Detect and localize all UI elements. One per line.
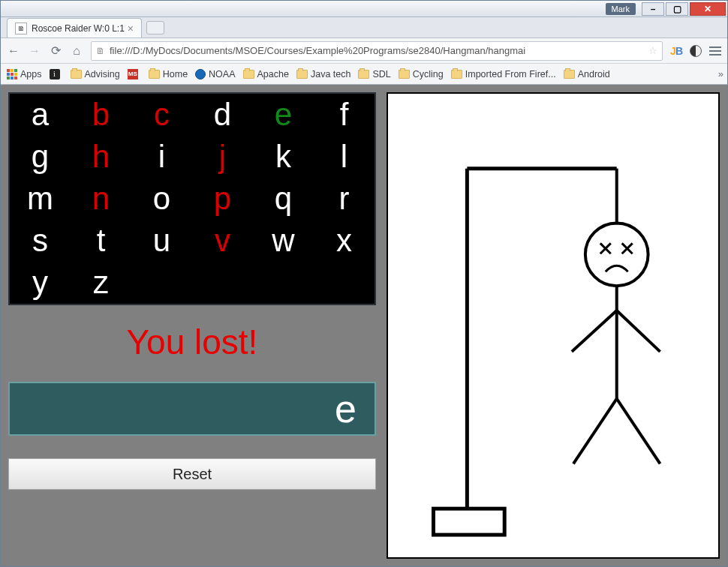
letter-grid: abcdefghijklmnopqrstuvwxyz [8, 92, 376, 305]
noaa-icon [195, 69, 206, 80]
bookmark-imported[interactable]: Imported From Firef... [451, 69, 556, 80]
extension-contrast-icon[interactable] [690, 45, 702, 57]
svg-line-11 [617, 310, 660, 352]
back-icon[interactable]: ← [7, 44, 20, 58]
bookmark-home[interactable]: Home [149, 69, 188, 80]
svg-line-12 [573, 399, 617, 464]
letter-o[interactable]: o [153, 183, 170, 214]
letter-x[interactable]: x [336, 225, 352, 256]
revealed-word: e [335, 386, 356, 431]
bookmarks-bar: Apps i Advising MS Home NOAA Apache Jav [1, 64, 727, 85]
reset-button[interactable]: Reset [8, 458, 376, 490]
letter-j[interactable]: j [219, 141, 226, 172]
toolbar: ← → ⟳ ⌂ 🗎 file:///D:/MyDocs/Documents/MS… [1, 38, 727, 64]
bookmark-apps[interactable]: Apps [7, 69, 42, 80]
letter-c[interactable]: c [154, 99, 170, 130]
bookmark-cycling[interactable]: Cycling [399, 69, 444, 80]
bookmark-noaa[interactable]: NOAA [195, 69, 235, 80]
address-bar[interactable]: 🗎 file:///D:/MyDocs/Documents/MSOE/Cours… [91, 41, 663, 61]
ms-icon: MS [128, 69, 138, 80]
status-message: You lost! [8, 322, 376, 362]
folder-icon [149, 70, 160, 79]
letter-v[interactable]: v [215, 225, 230, 256]
window-close-button[interactable]: ✕ [690, 2, 726, 16]
home-icon[interactable]: ⌂ [70, 44, 83, 58]
folder-icon [296, 70, 308, 79]
letter-h[interactable]: h [92, 141, 110, 172]
bookmark-apache[interactable]: Apache [243, 69, 289, 80]
window-maximize-button[interactable]: ▢ [666, 2, 688, 16]
letter-m[interactable]: m [27, 183, 53, 214]
bookmark-advising[interactable]: Advising [71, 69, 120, 80]
document-icon: 🗎 [96, 46, 105, 56]
new-tab-button[interactable] [146, 21, 164, 34]
bookmarks-overflow-icon[interactable]: » [718, 68, 721, 80]
apps-grid-icon [7, 69, 17, 80]
folder-icon [71, 70, 82, 79]
bookmark-sdl[interactable]: SDL [358, 69, 390, 80]
letter-t[interactable]: t [97, 225, 106, 256]
reload-icon[interactable]: ⟳ [49, 44, 62, 58]
url-text: file:///D:/MyDocs/Documents/MSOE/Courses… [110, 45, 644, 56]
window-titlebar: Mark – ▢ ✕ [1, 1, 727, 17]
bookmark-android[interactable]: Android [564, 69, 610, 80]
page-content: abcdefghijklmnopqrstuvwxyz You lost! e R… [1, 85, 727, 566]
bookmark-ms[interactable]: MS [128, 69, 141, 80]
letter-d[interactable]: d [214, 99, 231, 130]
letter-a[interactable]: a [32, 99, 49, 130]
letter-y[interactable]: y [32, 267, 48, 298]
hangman-canvas [387, 92, 720, 559]
svg-line-10 [572, 310, 617, 352]
i-icon: i [50, 69, 60, 80]
svg-rect-0 [434, 508, 505, 535]
letter-f[interactable]: f [340, 99, 349, 130]
letter-l[interactable]: l [341, 141, 347, 172]
tab-title: Roscoe Raider W:0 L:1 [32, 23, 125, 34]
letter-g[interactable]: g [32, 141, 49, 172]
letter-n[interactable]: n [92, 183, 110, 214]
window-minimize-button[interactable]: – [642, 2, 664, 16]
page-favicon: 🗎 [15, 22, 27, 34]
folder-icon [358, 70, 369, 79]
menu-icon[interactable] [709, 46, 721, 56]
game-left-column: abcdefghijklmnopqrstuvwxyz You lost! e R… [8, 92, 376, 559]
user-badge: Mark [606, 3, 636, 15]
letter-z[interactable]: z [93, 267, 109, 298]
letter-i[interactable]: i [158, 141, 165, 172]
revealed-word-box: e [8, 382, 376, 436]
folder-icon [564, 70, 575, 79]
browser-tab[interactable]: 🗎 Roscoe Raider W:0 L:1 × [7, 18, 142, 38]
letter-q[interactable]: q [275, 183, 292, 214]
extension-jb-icon[interactable]: JB [670, 45, 682, 57]
hangman-drawing [388, 94, 718, 557]
svg-line-13 [617, 399, 660, 464]
browser-window: Mark – ▢ ✕ 🗎 Roscoe Raider W:0 L:1 × ← →… [0, 0, 728, 567]
letter-b[interactable]: b [92, 99, 110, 130]
folder-icon [451, 70, 462, 79]
tab-strip: 🗎 Roscoe Raider W:0 L:1 × [1, 17, 727, 38]
bookmark-i[interactable]: i [50, 69, 63, 80]
folder-icon [399, 70, 410, 79]
bookmark-star-icon[interactable]: ☆ [648, 45, 657, 56]
letter-s[interactable]: s [32, 225, 48, 256]
letter-w[interactable]: w [272, 225, 294, 256]
letter-u[interactable]: u [153, 225, 170, 256]
letter-r[interactable]: r [339, 183, 350, 214]
letter-p[interactable]: p [214, 183, 231, 214]
letter-k[interactable]: k [275, 141, 291, 172]
tab-close-icon[interactable]: × [128, 22, 134, 34]
bookmark-javatech[interactable]: Java tech [296, 69, 351, 80]
folder-icon [243, 70, 254, 79]
forward-icon: → [28, 44, 41, 58]
svg-point-4 [585, 223, 648, 286]
letter-e[interactable]: e [275, 99, 292, 130]
